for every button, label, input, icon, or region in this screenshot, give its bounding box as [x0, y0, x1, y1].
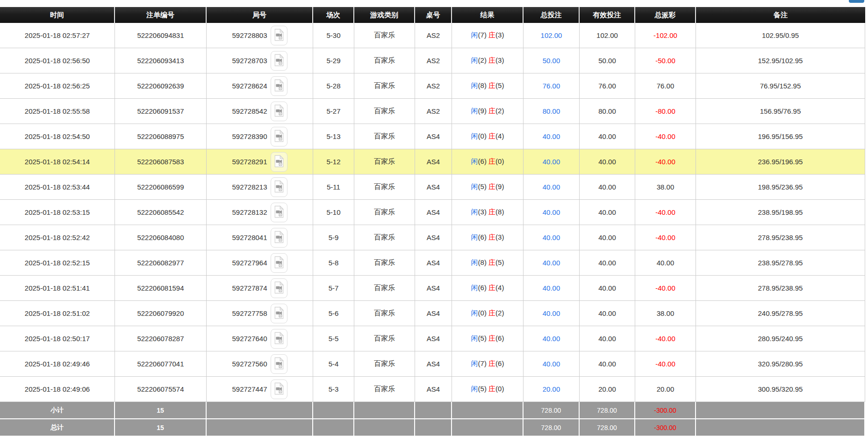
banker-label: 庄: [488, 107, 495, 115]
cell-session: 5-27: [313, 99, 354, 124]
video-replay-button[interactable]: [271, 76, 287, 96]
video-icon: [274, 281, 284, 295]
cell-table-number: AS2: [415, 99, 452, 124]
cell-total-bet[interactable]: 40.00: [524, 200, 580, 225]
cell-total-bet[interactable]: 40.00: [524, 225, 580, 250]
video-replay-button[interactable]: [271, 177, 287, 197]
cell-time: 2025-01-18 02:53:44: [0, 175, 115, 200]
video-replay-button[interactable]: [271, 26, 287, 45]
player-score: (6): [478, 284, 487, 292]
video-replay-button[interactable]: [271, 253, 287, 273]
cell-game-type: 百家乐: [354, 48, 415, 73]
table-row[interactable]: 2025-01-18 02:56:50 522206093413 5927287…: [0, 48, 865, 73]
video-icon: [274, 180, 284, 194]
table-row[interactable]: 2025-01-18 02:53:44 522206086599 5927282…: [0, 175, 865, 200]
cell-session: 5-3: [313, 377, 354, 402]
header-row: 时间 注单编号 局号 场次 游戏类别 桌号 结果 总投注 有效投注 总派彩 备注: [0, 7, 865, 23]
video-replay-button[interactable]: [271, 203, 287, 222]
cell-total-bet[interactable]: 50.00: [524, 48, 580, 73]
video-replay-button[interactable]: [271, 380, 287, 399]
video-replay-button[interactable]: [271, 329, 287, 349]
table-row[interactable]: 2025-01-18 02:52:15 522206082977 5927279…: [0, 250, 865, 276]
banker-label: 庄: [488, 309, 495, 317]
cell-game-type: 百家乐: [354, 23, 415, 48]
col-header-valid-bet: 有效投注: [580, 7, 635, 23]
cell-valid-bet: 50.00: [580, 48, 635, 73]
cell-game-number: 592727447: [207, 377, 313, 402]
player-label: 闲: [471, 233, 478, 241]
top-right-partial-button[interactable]: [849, 0, 864, 3]
video-icon: [274, 357, 284, 371]
cell-table-number: AS4: [415, 351, 452, 377]
cell-table-number: AS4: [415, 225, 452, 250]
cell-total-bet[interactable]: 40.00: [524, 250, 580, 276]
game-number: 592727758: [232, 309, 267, 317]
table-row[interactable]: 2025-01-18 02:54:14 522206087583 5927282…: [0, 149, 865, 175]
game-number: 592728624: [232, 82, 267, 90]
cell-total-bet[interactable]: 40.00: [524, 326, 580, 351]
video-replay-button[interactable]: [271, 152, 287, 172]
player-label: 闲: [471, 56, 478, 64]
subtotal-empty-game: [207, 402, 313, 419]
table-row[interactable]: 2025-01-18 02:57:27 522206094831 5927288…: [0, 23, 865, 48]
cell-total-bet[interactable]: 40.00: [524, 124, 580, 149]
total-payout: -300.00: [635, 419, 696, 437]
cell-order-number: 522206082977: [115, 250, 207, 276]
cell-order-number: 522206086599: [115, 175, 207, 200]
cell-order-number: 522206091537: [115, 99, 207, 124]
cell-remark: 280.95/240.95: [696, 326, 865, 351]
banker-score: (3): [495, 31, 504, 39]
col-header-time: 时间: [0, 7, 115, 23]
cell-total-bet[interactable]: 20.00: [524, 377, 580, 402]
video-replay-button[interactable]: [271, 278, 287, 298]
cell-order-number: 522206079920: [115, 301, 207, 326]
banker-label: 庄: [488, 233, 495, 241]
game-number: 592728542: [232, 107, 267, 115]
cell-total-bet[interactable]: 40.00: [524, 276, 580, 301]
video-replay-button[interactable]: [271, 102, 287, 121]
video-replay-button[interactable]: [271, 354, 287, 374]
banker-score: (8): [495, 208, 504, 216]
total-empty-session: [313, 419, 354, 437]
table-row[interactable]: 2025-01-18 02:56:25 522206092639 5927286…: [0, 73, 865, 99]
table-row[interactable]: 2025-01-18 02:55:58 522206091537 5927285…: [0, 99, 865, 124]
cell-total-bet[interactable]: 40.00: [524, 175, 580, 200]
video-icon: [274, 155, 284, 169]
video-replay-button[interactable]: [271, 228, 287, 248]
cell-game-type: 百家乐: [354, 73, 415, 99]
banker-score: (4): [495, 132, 504, 140]
table-row[interactable]: 2025-01-18 02:51:02 522206079920 5927277…: [0, 301, 865, 326]
table-row[interactable]: 2025-01-18 02:52:42 522206084080 5927280…: [0, 225, 865, 250]
table-row[interactable]: 2025-01-18 02:53:15 522206085542 5927281…: [0, 200, 865, 225]
video-replay-button[interactable]: [271, 51, 287, 71]
cell-game-number: 592727758: [207, 301, 313, 326]
game-number: 592728390: [232, 132, 267, 140]
video-replay-button[interactable]: [271, 304, 287, 323]
cell-game-number: 592728291: [207, 149, 313, 175]
cell-total-bet[interactable]: 40.00: [524, 351, 580, 377]
cell-game-number: 592728624: [207, 73, 313, 99]
cell-valid-bet: 40.00: [580, 351, 635, 377]
cell-valid-bet: 80.00: [580, 99, 635, 124]
cell-total-bet[interactable]: 40.00: [524, 301, 580, 326]
player-label: 闲: [471, 157, 478, 165]
cell-total-bet[interactable]: 80.00: [524, 99, 580, 124]
cell-total-bet[interactable]: 76.00: [524, 73, 580, 99]
player-score: (8): [478, 258, 487, 266]
video-replay-button[interactable]: [271, 127, 287, 146]
table-row[interactable]: 2025-01-18 02:49:06 522206075574 5927274…: [0, 377, 865, 402]
player-score: (5): [478, 334, 487, 342]
cell-total-bet[interactable]: 102.00: [524, 23, 580, 48]
game-number: 592727964: [232, 259, 267, 267]
table-row[interactable]: 2025-01-18 02:54:50 522206088975 5927283…: [0, 124, 865, 149]
table-row[interactable]: 2025-01-18 02:51:41 522206081594 5927278…: [0, 276, 865, 301]
total-empty-result: [452, 419, 524, 437]
table-row[interactable]: 2025-01-18 02:50:17 522206078287 5927276…: [0, 326, 865, 351]
cell-order-number: 522206093413: [115, 48, 207, 73]
table-row[interactable]: 2025-01-18 02:49:46 522206077041 5927275…: [0, 351, 865, 377]
cell-result: 闲(2) 庄(3): [452, 48, 524, 73]
cell-total-bet[interactable]: 40.00: [524, 149, 580, 175]
cell-game-type: 百家乐: [354, 149, 415, 175]
banker-score: (3): [495, 233, 504, 241]
banker-label: 庄: [488, 81, 495, 89]
